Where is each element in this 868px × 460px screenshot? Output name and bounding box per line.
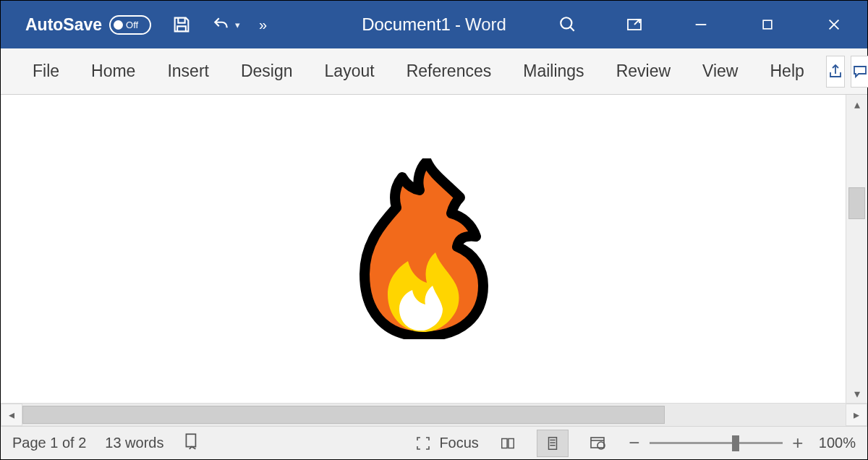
- svg-rect-8: [187, 434, 196, 446]
- vertical-scrollbar[interactable]: ▴ ▾: [846, 95, 867, 403]
- hscroll-thumb[interactable]: [22, 406, 665, 424]
- zoom-track[interactable]: [650, 442, 783, 444]
- tab-home[interactable]: Home: [75, 48, 151, 95]
- autosave-state: Off: [126, 20, 138, 30]
- autosave-toggle[interactable]: Off: [109, 15, 151, 35]
- word-count[interactable]: 13 words: [105, 435, 163, 451]
- svg-line-1: [570, 27, 574, 30]
- save-button[interactable]: [171, 14, 192, 35]
- tab-file[interactable]: File: [17, 48, 75, 95]
- search-icon: [558, 15, 577, 34]
- zoom-value[interactable]: 100%: [819, 435, 856, 451]
- zoom-slider: − +: [626, 432, 806, 454]
- close-button[interactable]: [801, 1, 867, 48]
- toggle-dot: [114, 20, 123, 30]
- document-page[interactable]: [1, 95, 846, 403]
- ribbon-options-icon: [626, 16, 643, 33]
- vscroll-track[interactable]: [846, 114, 867, 384]
- document-name: Document1: [362, 14, 451, 35]
- print-layout-icon: [545, 435, 561, 452]
- svg-point-0: [561, 17, 571, 28]
- chevron-down-icon: ▾: [235, 20, 240, 30]
- undo-icon: [210, 15, 232, 34]
- document-area: ▴ ▾: [1, 95, 867, 403]
- scroll-down-button[interactable]: ▾: [846, 384, 867, 403]
- scroll-left-button[interactable]: ◂: [1, 404, 22, 426]
- minimize-icon: [693, 17, 709, 33]
- autosave-label: AutoSave: [25, 15, 102, 35]
- zoom-thumb[interactable]: [732, 435, 739, 451]
- autosave-control[interactable]: AutoSave Off: [1, 15, 151, 35]
- title-bar: AutoSave Off ▾ » Document: [1, 1, 867, 48]
- horizontal-scrollbar[interactable]: ◂ ▸: [1, 403, 867, 426]
- comments-button[interactable]: [851, 56, 868, 88]
- tab-help[interactable]: Help: [754, 48, 820, 95]
- status-right: Focus − +: [414, 430, 856, 457]
- save-icon: [171, 14, 192, 35]
- svg-rect-5: [763, 20, 772, 29]
- maximize-button[interactable]: [734, 1, 801, 48]
- chevron-right-icon: »: [259, 17, 267, 33]
- vscroll-thumb[interactable]: [848, 187, 865, 219]
- tab-view[interactable]: View: [686, 48, 754, 95]
- read-mode-icon: [498, 435, 517, 451]
- svg-rect-9: [548, 437, 556, 449]
- more-commands-button[interactable]: »: [259, 17, 267, 33]
- quick-access-toolbar: ▾ »: [171, 14, 267, 35]
- tab-layout[interactable]: Layout: [309, 48, 391, 95]
- web-layout-icon: [588, 435, 607, 452]
- focus-icon: [414, 435, 432, 452]
- focus-label: Focus: [439, 435, 478, 451]
- read-mode-button[interactable]: [492, 430, 524, 457]
- ribbon-display-options-button[interactable]: [601, 1, 668, 48]
- window-controls: [535, 1, 867, 48]
- tab-mailings[interactable]: Mailings: [507, 48, 600, 95]
- spellcheck-icon: [182, 432, 201, 451]
- app-name: Word: [465, 14, 506, 35]
- search-button[interactable]: [535, 1, 601, 48]
- zoom-in-button[interactable]: +: [790, 432, 806, 454]
- svg-line-3: [634, 20, 639, 25]
- ribbon-tabs: File Home Insert Design Layout Reference…: [1, 48, 867, 95]
- scroll-right-button[interactable]: ▸: [846, 404, 867, 426]
- comment-icon: [851, 63, 868, 80]
- status-left: Page 1 of 2 13 words: [12, 432, 201, 454]
- hscroll-track[interactable]: [22, 404, 846, 426]
- share-icon: [827, 63, 844, 80]
- word-window: AutoSave Off ▾ » Document: [1, 1, 867, 459]
- fire-icon: [354, 158, 492, 339]
- share-button[interactable]: [826, 56, 845, 88]
- page-indicator[interactable]: Page 1 of 2: [12, 435, 86, 451]
- minimize-button[interactable]: [668, 1, 734, 48]
- close-icon: [826, 17, 842, 33]
- print-layout-button[interactable]: [537, 430, 569, 457]
- maximize-icon: [760, 17, 775, 32]
- scroll-up-button[interactable]: ▴: [846, 95, 867, 114]
- tab-design[interactable]: Design: [225, 48, 309, 95]
- tab-insert[interactable]: Insert: [151, 48, 225, 95]
- title-separator: -: [455, 14, 461, 35]
- tab-review[interactable]: Review: [600, 48, 686, 95]
- window-title: Document1 - Word: [362, 14, 506, 35]
- undo-button[interactable]: ▾: [210, 15, 240, 34]
- status-bar: Page 1 of 2 13 words Focus: [1, 426, 867, 459]
- spellcheck-button[interactable]: [182, 432, 201, 454]
- tab-references[interactable]: References: [391, 48, 508, 95]
- focus-mode-button[interactable]: Focus: [414, 435, 478, 452]
- zoom-out-button[interactable]: −: [626, 432, 642, 454]
- web-layout-button[interactable]: [582, 430, 613, 457]
